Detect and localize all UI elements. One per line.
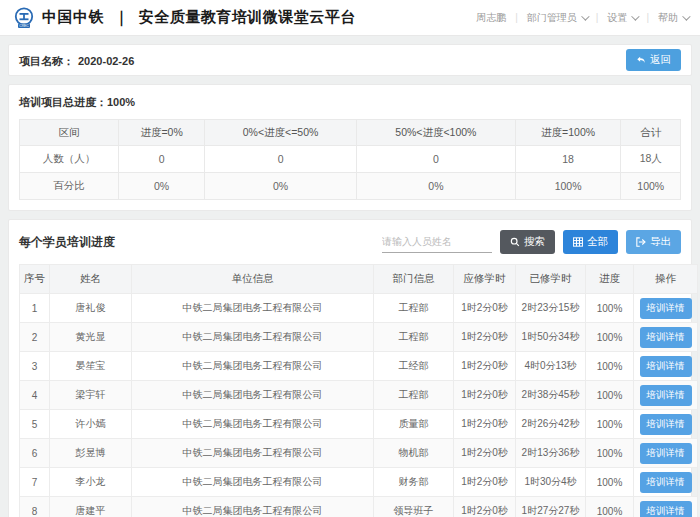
back-button[interactable]: 返回 — [626, 49, 681, 71]
students-section-title: 每个学员培训进度 — [19, 234, 115, 251]
progress-value: 100% — [586, 468, 634, 497]
progress-value: 100% — [586, 497, 634, 517]
summary-row-count: 人数（人） 0 0 0 18 18人 — [20, 146, 681, 173]
menu-label: 部门管理员 — [527, 11, 577, 25]
project-name-value: 2020-02-26 — [78, 55, 134, 67]
menu-label: 帮助 — [658, 11, 678, 25]
count-value: 0 — [357, 146, 516, 173]
chevron-down-icon — [632, 12, 640, 20]
completed-hours: 1时27分27秒 — [516, 497, 586, 517]
summary-table: 区间 进度=0% 0%<进度<=50% 50%<进度<100% 进度=100% … — [19, 119, 681, 200]
search-input[interactable] — [382, 231, 492, 253]
training-detail-button[interactable]: 培训详情 — [640, 443, 692, 464]
brand-name: 中国中铁 — [42, 8, 104, 27]
col-progress-50-100: 50%<进度<100% — [357, 120, 516, 146]
menu-label: 设置 — [607, 11, 627, 25]
completed-hours: 2时13分36秒 — [516, 439, 586, 468]
col-dept: 部门信息 — [374, 265, 454, 294]
unit-info: 中铁二局集团电务工程有限公司 — [132, 439, 374, 468]
summary-row-percent: 百分比 0% 0% 0% 100% 100% — [20, 173, 681, 200]
all-button-label: 全部 — [587, 235, 608, 249]
nav-separator: | — [515, 12, 518, 23]
menu-department-admin[interactable]: 部门管理员 — [527, 11, 587, 25]
student-name: 彭昱博 — [50, 439, 132, 468]
completed-hours: 2时26分42秒 — [516, 410, 586, 439]
required-hours: 1时2分0秒 — [454, 439, 516, 468]
summary-card: 培训项目总进度：100% 区间 进度=0% 0%<进度<=50% 50%<进度<… — [8, 84, 692, 211]
percent-value: 0% — [119, 173, 205, 200]
menu-help[interactable]: 帮助 — [658, 11, 688, 25]
unit-info: 中铁二局集团电务工程有限公司 — [132, 381, 374, 410]
crec-logo-icon: CREC — [12, 6, 36, 30]
student-name: 唐礼俊 — [50, 294, 132, 323]
row-label: 百分比 — [20, 173, 119, 200]
progress-value: 100% — [586, 381, 634, 410]
page-title: 安全质量教育培训微课堂云平台 — [139, 8, 356, 27]
col-progress-100: 进度=100% — [515, 120, 621, 146]
summary-title-label: 培训项目总进度： — [19, 96, 107, 108]
training-detail-button[interactable]: 培训详情 — [640, 472, 692, 493]
dept-info: 领导班子 — [374, 497, 454, 517]
required-hours: 1时2分0秒 — [454, 468, 516, 497]
percent-value: 100% — [515, 173, 621, 200]
dept-info: 工程部 — [374, 323, 454, 352]
table-row: 5许小嫣中铁二局集团电务工程有限公司质量部1时2分0秒2时26分42秒100%培… — [20, 410, 698, 439]
chevron-down-icon — [682, 12, 690, 20]
training-detail-button[interactable]: 培训详情 — [640, 327, 692, 348]
count-value: 0 — [205, 146, 357, 173]
search-icon — [510, 237, 520, 247]
col-progress-0: 进度=0% — [119, 120, 205, 146]
row-index: 3 — [20, 352, 50, 381]
required-hours: 1时2分0秒 — [454, 323, 516, 352]
students-table: 序号 姓名 单位信息 部门信息 应修学时 已修学时 进度 操作 1唐礼俊中铁二局… — [19, 264, 698, 517]
action-cell: 培训详情 — [634, 352, 698, 381]
dept-info: 工程部 — [374, 381, 454, 410]
dept-info: 工程部 — [374, 294, 454, 323]
table-row: 3晏笙宝中铁二局集团电务工程有限公司工经部1时2分0秒4时0分13秒100%培训… — [20, 352, 698, 381]
percent-value: 0% — [357, 173, 516, 200]
training-detail-button[interactable]: 培训详情 — [640, 385, 692, 406]
top-navbar: CREC 中国中铁 ｜ 安全质量教育培训微课堂云平台 周志鹏 | 部门管理员 |… — [0, 0, 700, 36]
students-table-body: 1唐礼俊中铁二局集团电务工程有限公司工程部1时2分0秒2时23分15秒100%培… — [20, 294, 698, 517]
col-completed-hours: 已修学时 — [516, 265, 586, 294]
progress-value: 100% — [586, 323, 634, 352]
col-action: 操作 — [634, 265, 698, 294]
table-row: 4梁宇轩中铁二局集团电务工程有限公司工程部1时2分0秒2时38分45秒100%培… — [20, 381, 698, 410]
col-name: 姓名 — [50, 265, 132, 294]
training-detail-button[interactable]: 培训详情 — [640, 356, 692, 377]
training-detail-button[interactable]: 培训详情 — [640, 501, 692, 517]
percent-value: 0% — [205, 173, 357, 200]
completed-hours: 4时0分13秒 — [516, 352, 586, 381]
required-hours: 1时2分0秒 — [454, 352, 516, 381]
export-button[interactable]: 导出 — [626, 230, 681, 254]
row-index: 1 — [20, 294, 50, 323]
navbar-right: 周志鹏 | 部门管理员 | 设置 | 帮助 — [476, 11, 688, 25]
back-button-label: 返回 — [650, 53, 671, 67]
row-index: 6 — [20, 439, 50, 468]
progress-value: 100% — [586, 294, 634, 323]
unit-info: 中铁二局集团电务工程有限公司 — [132, 323, 374, 352]
project-name: 项目名称：2020-02-26 — [19, 51, 134, 69]
students-card: 每个学员培训进度 搜索 — [8, 219, 692, 517]
table-row: 2黄光显中铁二局集团电务工程有限公司工程部1时2分0秒1时50分34秒100%培… — [20, 323, 698, 352]
menu-settings[interactable]: 设置 — [607, 11, 637, 25]
back-arrow-icon — [636, 55, 646, 65]
dept-info: 工经部 — [374, 352, 454, 381]
training-detail-button[interactable]: 培训详情 — [640, 298, 692, 319]
row-index: 4 — [20, 381, 50, 410]
students-table-header-row: 序号 姓名 单位信息 部门信息 应修学时 已修学时 进度 操作 — [20, 265, 698, 294]
training-detail-button[interactable]: 培训详情 — [640, 414, 692, 435]
col-unit: 单位信息 — [132, 265, 374, 294]
students-toolbar: 搜索 全部 — [382, 230, 681, 254]
all-button[interactable]: 全部 — [563, 230, 618, 254]
svg-text:CREC: CREC — [19, 24, 29, 28]
grid-icon — [573, 237, 583, 247]
action-cell: 培训详情 — [634, 294, 698, 323]
count-value: 18 — [515, 146, 621, 173]
unit-info: 中铁二局集团电务工程有限公司 — [132, 497, 374, 517]
table-row: 6彭昱博中铁二局集团电务工程有限公司物机部1时2分0秒2时13分36秒100%培… — [20, 439, 698, 468]
progress-value: 100% — [586, 352, 634, 381]
user-name[interactable]: 周志鹏 — [476, 11, 506, 25]
search-button[interactable]: 搜索 — [500, 230, 555, 254]
required-hours: 1时2分0秒 — [454, 497, 516, 517]
